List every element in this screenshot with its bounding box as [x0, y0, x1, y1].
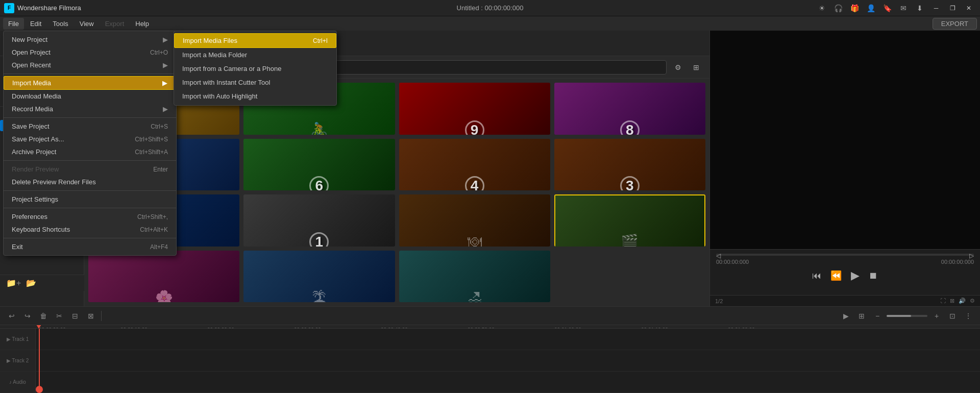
minimize-button[interactable]: ─ — [929, 1, 943, 15]
user-icon[interactable]: 👤 — [864, 1, 878, 15]
folder-icon[interactable]: 📂 — [26, 278, 36, 288]
thumb-img: 🏖 — [399, 251, 550, 303]
thumb-img: 🌸 — [88, 251, 239, 303]
split-screen-button[interactable]: ⊞ — [855, 309, 868, 323]
redo-button[interactable]: ↪ — [21, 309, 34, 323]
close-button[interactable]: ✕ — [962, 1, 976, 15]
media-item-food[interactable]: 🍽 ⊞ Food — [399, 194, 550, 247]
track-label-3: ♪ Audio — [0, 372, 36, 392]
save-project-label: Save Project — [12, 122, 50, 130]
add-folder-icon[interactable]: 📁+ — [6, 278, 21, 288]
media-item-cherry-blossom[interactable]: 🌸 Cherry Blossom — [88, 251, 239, 303]
restore-button[interactable]: ❐ — [945, 1, 960, 15]
media-item-islands[interactable]: 🏝 Islands — [243, 251, 395, 303]
preferences-shortcut: Ctrl+Shift+, — [137, 213, 168, 220]
filter-icon[interactable]: ⚙ — [671, 60, 685, 75]
preview-time-row: 00:00:00:000 00:00:00:000 — [716, 259, 974, 265]
media-item-cd6[interactable]: 6 Countdown 6 — [243, 139, 395, 191]
menu-file[interactable]: File — [3, 18, 24, 30]
divider — [101, 311, 102, 321]
save-project-shortcut: Ctrl+S — [151, 123, 168, 130]
thumb-img: 9 — [399, 83, 550, 135]
cut-button[interactable]: ✂ — [53, 309, 66, 323]
settings-icon[interactable]: ⚙ — [970, 298, 975, 304]
media-item-cd8[interactable]: 8 Countdown 8 — [554, 83, 705, 135]
save-project-as-shortcut: Ctrl+Shift+S — [135, 136, 168, 143]
headphones-icon[interactable]: 🎧 — [831, 1, 845, 15]
playhead[interactable] — [39, 329, 40, 393]
zoom-in-button[interactable]: + — [930, 309, 943, 323]
menu-render-preview: Render Preview Enter — [4, 163, 176, 176]
import-instant-cutter[interactable]: Import with Instant Cutter Tool — [174, 76, 336, 89]
menu-download-media[interactable]: Download Media — [4, 90, 176, 103]
undo-button[interactable]: ↩ — [5, 309, 18, 323]
import-auto-highlight[interactable]: Import with Auto Highlight — [174, 89, 336, 103]
menu-save-project-as[interactable]: Save Project As... Ctrl+Shift+S — [4, 133, 176, 145]
menu-help[interactable]: Help — [130, 18, 154, 30]
gift-icon[interactable]: 🎁 — [847, 1, 862, 15]
stop-button[interactable]: ⏹ — [869, 271, 878, 281]
import-camera-phone[interactable]: Import from a Camera or a Phone — [174, 62, 336, 76]
marker-out: ▷ — [969, 252, 974, 259]
arrow-right-icon-3: ▶ — [162, 79, 167, 87]
media-item-cd1[interactable]: 1 ⬇ Countdown 1 — [243, 194, 395, 247]
zoom-slider[interactable] — [887, 315, 927, 317]
preview-btn-row: ⏮ ⏪ ▶ ⏹ — [716, 269, 974, 282]
separator-3 — [4, 160, 176, 161]
archive-project-label: Archive Project — [12, 148, 56, 156]
separator-6 — [4, 238, 176, 238]
zoom-out-button[interactable]: − — [871, 309, 884, 323]
menu-export[interactable]: Export — [100, 18, 130, 30]
crop-icon[interactable]: ⊠ — [950, 298, 954, 304]
menu-record-media[interactable]: Record Media ▶ — [4, 103, 176, 115]
separator-1 — [4, 73, 176, 74]
titlebar-left: F Wondershare Filmora — [4, 3, 81, 13]
thumb-img: 🎬 ⊞ — [554, 194, 705, 247]
menu-delete-preview[interactable]: Delete Preview Render Files — [4, 176, 176, 188]
import-camera-label: Import from a Camera or a Phone — [182, 65, 281, 72]
menu-open-project[interactable]: Open Project Ctrl+O — [4, 46, 176, 59]
volume-icon[interactable]: 🔊 — [959, 298, 966, 304]
step-back-button[interactable]: ⏪ — [830, 270, 842, 281]
arrow-right-icon: ▶ — [163, 36, 168, 43]
export-button[interactable]: EXPORT — [933, 18, 977, 30]
media-item-plating-food[interactable]: 🎬 ⊞ Plating Food — [554, 194, 705, 247]
import-media-files[interactable]: Import Media Files Ctrl+I — [174, 33, 336, 48]
grid-view-icon[interactable]: ⊞ — [689, 60, 703, 75]
sun-icon[interactable]: ☀ — [815, 1, 829, 15]
menu-archive-project[interactable]: Archive Project Ctrl+Shift+A — [4, 145, 176, 158]
media-item-cd4[interactable]: 4 ⬇ Countdown 4 — [399, 139, 550, 191]
menu-exit[interactable]: Exit Alt+F4 — [4, 240, 176, 253]
more-button[interactable]: ⋮ — [962, 309, 975, 323]
menu-preferences[interactable]: Preferences Ctrl+Shift+, — [4, 210, 176, 223]
keyboard-shortcuts-label: Keyboard Shortcuts — [12, 226, 70, 233]
ripple-button[interactable]: ⊠ — [84, 309, 97, 323]
preview-progress-bar[interactable]: ◁ ▷ — [716, 254, 974, 256]
menu-keyboard-shortcuts[interactable]: Keyboard Shortcuts Ctrl+Alt+K — [4, 223, 176, 236]
media-item-cd3[interactable]: 3 ⬇ Countdown 3 — [554, 139, 705, 191]
menu-new-project[interactable]: New Project ▶ — [4, 33, 176, 46]
fullscreen-icon[interactable]: ⛶ — [940, 298, 946, 304]
open-project-shortcut: Ctrl+O — [150, 49, 168, 56]
download-icon[interactable]: ⬇ — [913, 1, 927, 15]
media-item-beach[interactable]: 🏖 Beach — [399, 251, 550, 303]
menu-save-project[interactable]: Save Project Ctrl+S — [4, 120, 176, 133]
preview-controls: ◁ ▷ 00:00:00:000 00:00:00:000 ⏮ ⏪ ▶ ⏹ — [710, 249, 980, 295]
menu-open-recent[interactable]: Open Recent ▶ — [4, 59, 176, 71]
split-button[interactable]: ⊟ — [68, 309, 82, 323]
fit-button[interactable]: ⊡ — [946, 309, 959, 323]
menu-project-settings[interactable]: Project Settings — [4, 193, 176, 206]
menu-view[interactable]: View — [75, 18, 99, 30]
mail-icon[interactable]: ✉ — [896, 1, 911, 15]
menu-tools[interactable]: Tools — [47, 18, 73, 30]
delete-button[interactable]: 🗑 — [37, 309, 50, 323]
play-button[interactable]: ▶ — [851, 269, 860, 282]
prev-frame-button[interactable]: ⏮ — [812, 271, 821, 281]
media-item-cd9[interactable]: 9 Countdown 9 — [399, 83, 550, 135]
cd-num: 8 — [626, 122, 634, 135]
render-button[interactable]: ▶ — [839, 309, 852, 323]
menu-edit[interactable]: Edit — [25, 18, 46, 30]
bookmark-icon[interactable]: 🔖 — [880, 1, 894, 15]
menu-import-media[interactable]: Import Media ▶ — [4, 76, 176, 90]
import-media-folder[interactable]: Import a Media Folder — [174, 48, 336, 62]
